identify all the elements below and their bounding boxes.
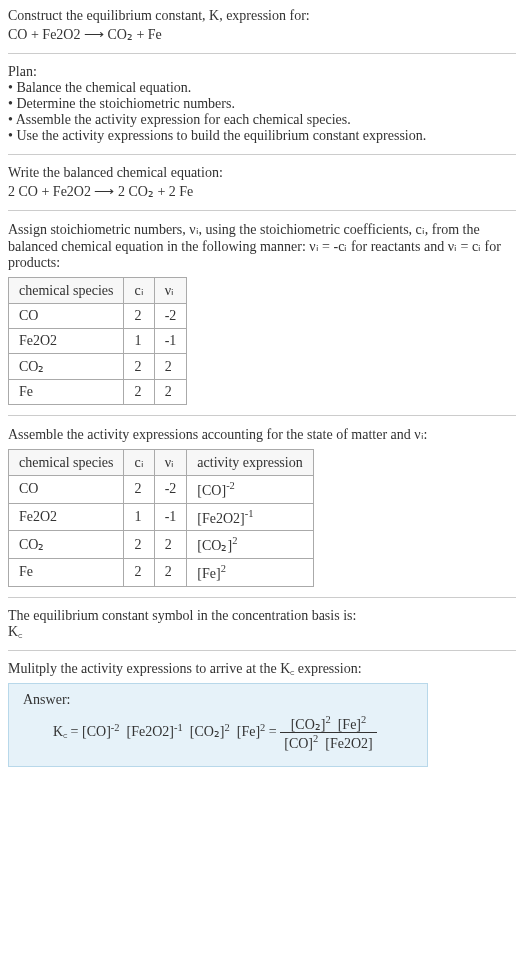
- cell-species: CO₂: [9, 354, 124, 380]
- den2-base: [Fe2O2]: [325, 736, 372, 751]
- cell-species: CO₂: [9, 531, 124, 559]
- expr-base: [CO]: [197, 483, 226, 498]
- expr-sup: 2: [221, 563, 226, 574]
- divider: [8, 154, 516, 155]
- col-v: νᵢ: [154, 450, 187, 476]
- expr-sup: 2: [232, 535, 237, 546]
- stoich-block: Assign stoichiometric numbers, νᵢ, using…: [8, 221, 516, 405]
- balanced-equation: 2 CO + Fe2O2 ⟶ 2 CO₂ + 2 Fe: [8, 183, 516, 200]
- symbol-block: The equilibrium constant symbol in the c…: [8, 608, 516, 640]
- answer-box: Answer: K꜀ = [CO]-2 [Fe2O2]-1 [CO₂]2 [Fe…: [8, 683, 428, 767]
- cell-expr: [Fe]2: [187, 558, 313, 586]
- cell-v: -2: [154, 476, 187, 504]
- cell-v: -1: [154, 329, 187, 354]
- num1-sup: 2: [325, 714, 330, 725]
- cell-c: 2: [124, 476, 154, 504]
- stoich-text: Assign stoichiometric numbers, νᵢ, using…: [8, 221, 516, 271]
- activity-table: chemical species cᵢ νᵢ activity expressi…: [8, 449, 314, 587]
- cell-v: 2: [154, 354, 187, 380]
- expr-sup: -1: [245, 508, 254, 519]
- col-c: cᵢ: [124, 278, 154, 304]
- final-text: Mulitply the activity expressions to arr…: [8, 661, 516, 677]
- kc-lhs: K꜀ =: [53, 724, 82, 739]
- cell-species: Fe: [9, 380, 124, 405]
- plan-bullet-1: • Balance the chemical equation.: [8, 80, 516, 96]
- table-row: Fe 2 2: [9, 380, 187, 405]
- cell-c: 2: [124, 354, 154, 380]
- cell-v: -1: [154, 503, 187, 531]
- term2-base: [Fe2O2]: [127, 724, 174, 739]
- term1-sup: -2: [111, 721, 120, 732]
- cell-v: -2: [154, 304, 187, 329]
- table-row: CO₂ 2 2: [9, 354, 187, 380]
- plan-bullet-3: • Assemble the activity expression for e…: [8, 112, 516, 128]
- num2-base: [Fe]: [338, 716, 361, 731]
- final-block: Mulitply the activity expressions to arr…: [8, 661, 516, 767]
- den1-sup: 2: [313, 733, 318, 744]
- cell-expr: [CO₂]2: [187, 531, 313, 559]
- fraction-numerator: [CO₂]2 [Fe]2: [280, 714, 376, 734]
- cell-c: 2: [124, 380, 154, 405]
- plan-heading: Plan:: [8, 64, 516, 80]
- term1-base: [CO]: [82, 724, 111, 739]
- term2-sup: -1: [174, 721, 183, 732]
- intro-line1: Construct the equilibrium constant, K, e…: [8, 8, 516, 24]
- divider: [8, 650, 516, 651]
- cell-species: CO: [9, 304, 124, 329]
- term3-base: [CO₂]: [190, 724, 225, 739]
- cell-c: 2: [124, 531, 154, 559]
- num1-base: [CO₂]: [291, 716, 326, 731]
- cell-expr: [CO]-2: [187, 476, 313, 504]
- term3-sup: 2: [225, 721, 230, 732]
- table-row: Fe 2 2 [Fe]2: [9, 558, 314, 586]
- plan-bullet-4: • Use the activity expressions to build …: [8, 128, 516, 144]
- unbalanced-equation: CO + Fe2O2 ⟶ CO₂ + Fe: [8, 26, 516, 43]
- cell-species: Fe2O2: [9, 503, 124, 531]
- col-species: chemical species: [9, 450, 124, 476]
- divider: [8, 597, 516, 598]
- term4-sup: 2: [260, 721, 265, 732]
- balanced-heading: Write the balanced chemical equation:: [8, 165, 516, 181]
- symbol-value: K꜀: [8, 624, 516, 640]
- cell-c: 2: [124, 558, 154, 586]
- answer-label: Answer:: [23, 692, 413, 708]
- table-row: Fe2O2 1 -1 [Fe2O2]-1: [9, 503, 314, 531]
- divider: [8, 53, 516, 54]
- expr-base: [Fe2O2]: [197, 510, 244, 525]
- equals-sign: =: [269, 724, 280, 739]
- activity-block: Assemble the activity expressions accoun…: [8, 426, 516, 587]
- cell-c: 1: [124, 329, 154, 354]
- symbol-text: The equilibrium constant symbol in the c…: [8, 608, 516, 624]
- cell-v: 2: [154, 558, 187, 586]
- cell-species: Fe2O2: [9, 329, 124, 354]
- answer-expression: K꜀ = [CO]-2 [Fe2O2]-1 [CO₂]2 [Fe]2 = [CO…: [23, 714, 413, 752]
- cell-v: 2: [154, 531, 187, 559]
- table-row: CO 2 -2 [CO]-2: [9, 476, 314, 504]
- col-species: chemical species: [9, 278, 124, 304]
- col-expr: activity expression: [187, 450, 313, 476]
- plan-bullet-2: • Determine the stoichiometric numbers.: [8, 96, 516, 112]
- col-v: νᵢ: [154, 278, 187, 304]
- divider: [8, 210, 516, 211]
- divider: [8, 415, 516, 416]
- cell-species: Fe: [9, 558, 124, 586]
- intro-block: Construct the equilibrium constant, K, e…: [8, 8, 516, 43]
- table-header-row: chemical species cᵢ νᵢ: [9, 278, 187, 304]
- den1-base: [CO]: [284, 736, 313, 751]
- table-row: CO₂ 2 2 [CO₂]2: [9, 531, 314, 559]
- balanced-block: Write the balanced chemical equation: 2 …: [8, 165, 516, 200]
- cell-v: 2: [154, 380, 187, 405]
- expr-base: [CO₂]: [197, 538, 232, 553]
- fraction-denominator: [CO]2 [Fe2O2]: [280, 733, 376, 752]
- num2-sup: 2: [361, 714, 366, 725]
- col-c: cᵢ: [124, 450, 154, 476]
- term4-base: [Fe]: [237, 724, 260, 739]
- cell-c: 1: [124, 503, 154, 531]
- table-row: Fe2O2 1 -1: [9, 329, 187, 354]
- expr-base: [Fe]: [197, 566, 220, 581]
- table-row: CO 2 -2: [9, 304, 187, 329]
- expr-sup: -2: [226, 480, 235, 491]
- activity-text: Assemble the activity expressions accoun…: [8, 426, 516, 443]
- fraction: [CO₂]2 [Fe]2 [CO]2 [Fe2O2]: [280, 714, 376, 752]
- cell-expr: [Fe2O2]-1: [187, 503, 313, 531]
